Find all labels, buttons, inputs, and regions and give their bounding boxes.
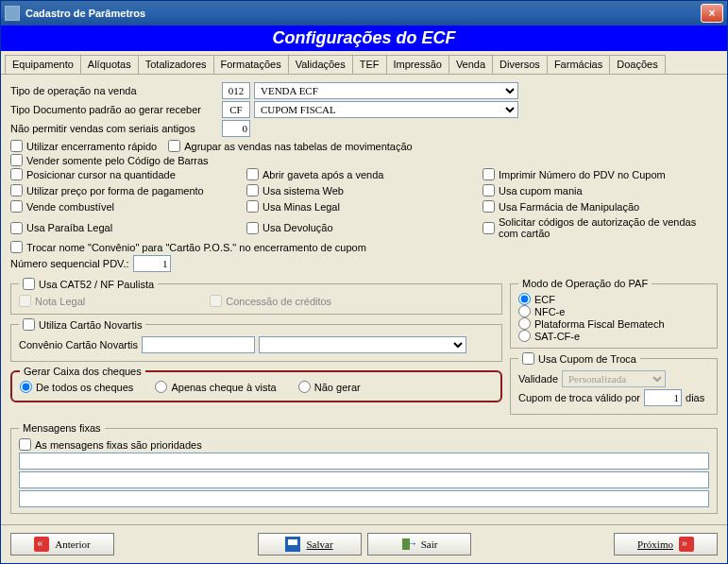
label-tipo-doc: Tipo Documento padrão ao gerar receber (10, 104, 218, 115)
chk-cat52[interactable] (23, 278, 35, 290)
chk-solicitar-codigos[interactable] (483, 222, 495, 234)
lbl-chk2: Agrupar as vendas nas tabelas de movimen… (184, 141, 413, 152)
select-novartis[interactable] (259, 336, 466, 353)
tab-doacoes[interactable]: Doações (609, 55, 665, 74)
chk-sistema-web[interactable] (246, 184, 259, 197)
radio-nao-gerar[interactable] (298, 381, 311, 393)
lbl-chk12: Usa Farmácia de Manipulação (499, 201, 639, 213)
lbl-salvar: Salvar (306, 538, 332, 550)
input-valido-por[interactable] (644, 389, 682, 406)
select-tipo-doc[interactable]: CUPOM FISCAL (254, 101, 518, 118)
group-mensagens: Mensagens fixas As mensagens fixas são p… (10, 422, 718, 514)
chk-concessao (210, 295, 222, 307)
radio-todos-cheques[interactable] (20, 381, 32, 393)
btn-sair[interactable]: Sair (367, 533, 471, 555)
chk-abrir-gaveta[interactable] (246, 168, 259, 180)
chk-trocar-convenio[interactable] (10, 241, 23, 253)
lbl-anterior: Anterior (55, 538, 90, 550)
chk-novartis[interactable] (23, 318, 35, 331)
tab-diversos[interactable]: Diversos (492, 55, 548, 74)
tab-aliquotas[interactable]: Alíquotas (80, 55, 139, 74)
lbl-concessao: Concessão de créditos (226, 296, 331, 307)
lbl-chk13: Usa Paraíba Legal (26, 222, 112, 233)
select-tipo-operacao[interactable]: VENDA ECF (254, 82, 518, 99)
lbl-chk4: Posicionar cursor na quantidade (26, 169, 176, 180)
label-nao-permitir: Não permitir vendas com seriais antigos (10, 123, 218, 134)
lbl-validade: Validade (518, 373, 558, 385)
btn-salvar[interactable]: Salvar (258, 533, 362, 555)
input-mensagem-2[interactable] (19, 471, 709, 488)
lbl-chk5: Abrir gaveta após a venda (262, 169, 383, 180)
radio-todos-cheques-wrap[interactable]: De todos os cheques (20, 381, 133, 393)
lbl-r3: Não gerar (314, 382, 361, 393)
tab-validacoes[interactable]: Validações (288, 55, 353, 74)
radio-apenas-vista-wrap[interactable]: Apenas cheque à vista (155, 381, 276, 393)
radio-apenas-vista[interactable] (155, 381, 167, 393)
lbl-paf4: SAT-CF-e (534, 331, 580, 342)
chk-cupom-mania[interactable] (483, 184, 495, 197)
chk-preco-forma-pag[interactable] (10, 184, 23, 197)
lbl-modo-paf: Modo de Operação do PAF (518, 278, 652, 289)
tab-totalizadores[interactable]: Totalizadores (138, 55, 214, 74)
lbl-r1: De todos os cheques (36, 382, 133, 393)
lbl-chk16: Trocar nome "Convênio" para "Cartão P.O.… (26, 242, 366, 253)
window: Cadastro de Parâmetros × Configurações d… (0, 0, 728, 564)
btn-proximo[interactable]: Próximo (614, 533, 718, 555)
tab-venda[interactable]: Venda (449, 55, 493, 74)
lbl-chk7: Utilizar preço por forma de pagamento (26, 185, 204, 197)
chk-minas-legal[interactable] (246, 200, 259, 213)
radio-satcfe[interactable] (518, 330, 531, 342)
window-title: Cadastro de Parâmetros (25, 8, 701, 19)
tab-strip: Equipamento Alíquotas Totalizadores Form… (1, 51, 727, 75)
chk-farmacia-manipulacao[interactable] (483, 200, 495, 213)
radio-ecf[interactable] (518, 293, 531, 305)
btn-anterior[interactable]: Anterior (10, 533, 114, 555)
chk-posicionar-cursor[interactable] (10, 168, 23, 180)
group-modo-paf: Modo de Operação do PAF ECF NFC-e Plataf… (510, 278, 718, 349)
input-num-seq[interactable] (133, 255, 171, 272)
lbl-chk6: Imprimir Número do PDV no Cupom (499, 169, 666, 180)
input-mensagem-3[interactable] (19, 490, 709, 507)
radio-nfce[interactable] (518, 305, 531, 317)
close-button[interactable]: × (701, 4, 723, 23)
lbl-r2: Apenas cheque à vista (171, 382, 276, 393)
tab-farmacias[interactable]: Farmácias (547, 55, 610, 74)
lbl-mensagens: Mensagens fixas (19, 422, 105, 434)
radio-bematech[interactable] (518, 317, 531, 330)
chk-vende-combustivel[interactable] (10, 200, 23, 213)
lbl-novartis-conv: Convênio Cartão Novartis (19, 339, 138, 350)
exit-icon (400, 537, 415, 552)
input-tipo-doc-code[interactable] (222, 101, 250, 118)
lbl-chk9: Usa cupom mania (499, 185, 583, 197)
page-banner: Configurações do ECF (1, 26, 727, 51)
lbl-mensagens-chk: As mensagens fixas são prioridades (35, 439, 202, 451)
chk-cupom-troca[interactable] (522, 352, 534, 365)
chk-encerramento-rapido[interactable] (10, 140, 23, 152)
lbl-sair: Sair (421, 538, 438, 550)
tab-formatacoes[interactable]: Formatações (213, 55, 289, 74)
chk-paraiba-legal[interactable] (10, 222, 23, 234)
next-icon (679, 537, 694, 552)
radio-nao-gerar-wrap[interactable]: Não gerar (298, 381, 361, 393)
lbl-paf1: ECF (534, 294, 555, 305)
label-tipo-operacao: Tipo de operação na venda (10, 85, 218, 96)
tab-equipamento[interactable]: Equipamento (5, 55, 81, 74)
lbl-chk15: Solicitar códigos de autorização de vend… (499, 216, 718, 239)
chk-mensagens-prioridade[interactable] (19, 438, 31, 451)
lbl-chk14: Usa Devolução (262, 222, 333, 233)
input-tipo-operacao-code[interactable] (222, 82, 250, 99)
lbl-chk8: Usa sistema Web (262, 185, 344, 197)
input-novartis-code[interactable] (142, 336, 255, 353)
lbl-proximo: Próximo (637, 538, 673, 550)
chk-agrupar-vendas[interactable] (168, 140, 180, 152)
group-cat52: Usa CAT52 / NF Paulista Nota Legal Conce… (10, 278, 502, 315)
chk-vender-codigo-barras[interactable] (10, 154, 23, 166)
chk-imprimir-pdv[interactable] (483, 168, 495, 180)
tab-tef[interactable]: TEF (352, 55, 387, 74)
input-mensagem-1[interactable] (19, 453, 709, 470)
input-nao-permitir[interactable] (222, 120, 250, 137)
tab-impressao[interactable]: Impressão (386, 55, 449, 74)
select-validade: Personalizada (562, 370, 666, 387)
chk-usa-devolucao[interactable] (246, 222, 259, 234)
window-icon (5, 6, 20, 21)
